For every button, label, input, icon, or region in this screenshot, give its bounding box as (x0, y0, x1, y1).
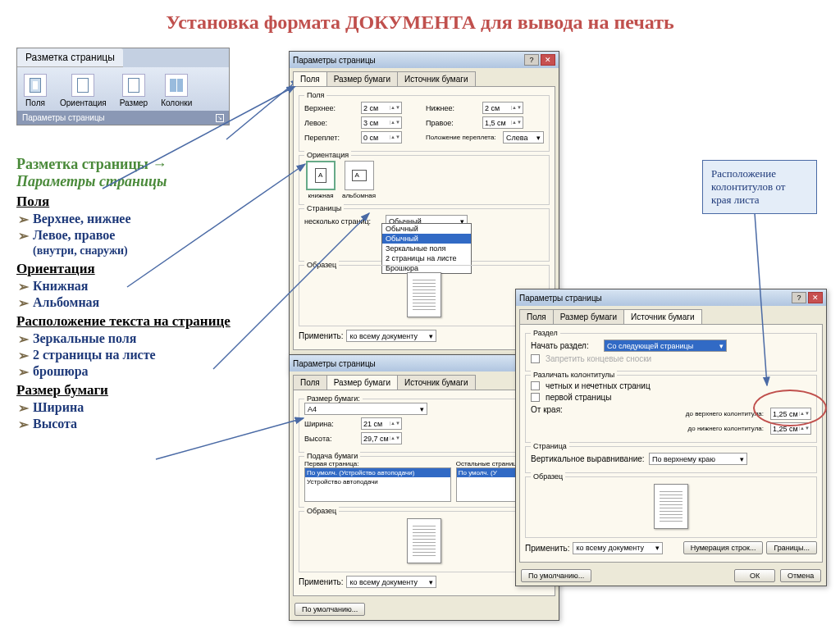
dropdown-item[interactable]: 2 страницы на листе (382, 253, 471, 263)
preview-icon (407, 272, 441, 317)
portrait-button[interactable]: A (306, 161, 336, 190)
height-spinner[interactable]: 29,7 см▲▼ (361, 432, 402, 444)
tab-paper[interactable]: Размер бумаги (553, 309, 624, 324)
tab-source[interactable]: Источник бумаги (397, 375, 476, 390)
landscape-icon: A (352, 170, 367, 181)
dialog-launcher-icon[interactable]: ↘ (216, 114, 224, 122)
tab-margins[interactable]: Поля (293, 375, 327, 390)
firstpage-list[interactable]: По умолч. (Устройство автоподачи) Устрой… (304, 467, 451, 502)
label-valign: Вертикальное выравнивание: (531, 454, 646, 463)
fieldset-papersize: Размер бумаги: (304, 394, 363, 403)
ribbon-orientation-button[interactable]: Ориентация (57, 72, 110, 109)
fieldset-sample: Образец (531, 472, 565, 481)
help-button[interactable]: ? (524, 54, 539, 66)
fieldset-headers: Различать колонтитулы (531, 371, 617, 379)
apply-combo[interactable]: ко всему документу▾ (573, 542, 663, 554)
fieldset-pages: Страницы (304, 204, 344, 212)
fieldset-margins: Поля (304, 91, 326, 99)
preview-icon (654, 484, 688, 529)
start-combo[interactable]: Со следующей страницы▾ (604, 340, 727, 352)
section-margins: Поля (16, 194, 254, 210)
dropdown-item[interactable]: Зеркальные поля (382, 244, 471, 253)
label-left: Левое: (304, 119, 358, 127)
top-spinner[interactable]: 2 см▲▼ (361, 102, 402, 114)
bullet: Ширина (16, 400, 254, 415)
label-bottom: Нижнее: (426, 104, 479, 112)
oddeven-checkbox[interactable] (531, 381, 540, 390)
nav-path-1: Разметка страницы → (16, 156, 254, 173)
ribbon-page-layout: Разметка страницы Поля Ориентация Размер… (16, 48, 230, 125)
help-button[interactable]: ? (792, 292, 806, 303)
page-title: Установка формата ДОКУМЕНТА для вывода н… (0, 0, 840, 40)
valign-combo[interactable]: По верхнему краю▾ (649, 453, 747, 465)
callout-headers: Расположение колонтитулов от края листа (702, 160, 817, 214)
bullet: Верхнее, нижнее (16, 212, 254, 226)
dropdown-item[interactable]: Обычный (382, 234, 471, 244)
label-right: Правое: (426, 119, 479, 127)
landscape-button[interactable]: A (345, 161, 374, 190)
section-paper: Размер бумаги (16, 382, 254, 399)
label-width: Ширина: (304, 420, 358, 428)
ribbon-margins-button[interactable]: Поля (21, 72, 50, 109)
label-gutter: Переплет: (304, 134, 358, 142)
linenumbers-button[interactable]: Нумерация строк... (683, 541, 764, 554)
label-toheader: до верхнего колонтитула: (686, 410, 764, 417)
section-layout: Расположение текста на странице (16, 313, 254, 330)
tab-paper[interactable]: Размер бумаги (326, 71, 398, 86)
ribbon-label: Размер (120, 98, 148, 107)
close-button[interactable]: ✕ (808, 292, 823, 303)
fieldset-sample: Образец (304, 261, 339, 269)
label-apply: Применить: (299, 577, 343, 586)
tab-paper[interactable]: Размер бумаги (326, 375, 398, 390)
label-apply: Применить: (525, 544, 569, 553)
apply-combo[interactable]: ко всему документу▾ (346, 576, 436, 588)
page-setup-dialog-layout: Параметры страницы ? ✕ Поля Размер бумаг… (515, 289, 827, 586)
label-oddeven: четных и нечетных страниц (546, 381, 651, 390)
width-spinner[interactable]: 21 см▲▼ (361, 417, 402, 430)
left-spinner[interactable]: 3 см▲▼ (361, 116, 402, 129)
bullet: Зеркальные поля (16, 331, 254, 346)
fieldset-page: Страница (531, 442, 569, 450)
portrait-icon: A (315, 168, 326, 183)
nav-path-2: Параметры страницы (16, 173, 254, 190)
preview-icon (407, 518, 441, 563)
label-tofooter: до нижнего колонтитула: (688, 425, 764, 432)
label-fromedge: От края: (531, 405, 572, 414)
ribbon-size-button[interactable]: Размер (116, 72, 151, 109)
ribbon-columns-button[interactable]: Колонки (158, 72, 195, 109)
default-button[interactable]: По умолчанию... (521, 569, 591, 582)
bottom-spinner[interactable]: 2 см▲▼ (482, 102, 523, 114)
paper-combo[interactable]: A4▾ (304, 403, 427, 415)
borders-button[interactable]: Границы... (766, 541, 817, 554)
portrait-label: книжная (304, 192, 337, 199)
suppress-checkbox (531, 354, 540, 363)
dialog-title: Параметры страницы (293, 56, 376, 65)
ok-button[interactable]: ОК (734, 569, 775, 582)
dropdown-item[interactable]: Обычный (382, 224, 471, 234)
apply-combo[interactable]: ко всему документу▾ (346, 330, 436, 342)
margins-icon (24, 74, 47, 97)
label-firstpg: первой страницы (546, 393, 611, 402)
tab-margins[interactable]: Поля (293, 71, 327, 86)
label-start: Начать раздел: (531, 341, 600, 350)
orientation-icon (71, 74, 94, 97)
bullet: Книжная (16, 279, 254, 294)
firstpage-checkbox[interactable] (531, 393, 540, 402)
bullet: 2 страницы на листе (16, 348, 254, 362)
label-gutterpos: Положение переплета: (426, 134, 500, 141)
fieldset-feed: Подача бумаги (304, 452, 360, 460)
gutterpos-combo[interactable]: Слева▾ (503, 131, 544, 144)
tab-margins[interactable]: Поля (519, 309, 554, 324)
default-button[interactable]: По умолчанию... (294, 603, 365, 616)
tab-source[interactable]: Источник бумаги (623, 309, 702, 324)
fieldset-orientation: Ориентация (304, 151, 351, 159)
gutter-spinner[interactable]: 0 см▲▼ (361, 131, 402, 144)
close-button[interactable]: ✕ (541, 54, 555, 66)
right-spinner[interactable]: 1,5 см▲▼ (482, 116, 523, 129)
ribbon-tab[interactable]: Разметка страницы (17, 48, 123, 67)
bullet: Альбомная (16, 295, 254, 310)
label-multipages: несколько страниц: (304, 217, 382, 226)
tab-source[interactable]: Источник бумаги (397, 71, 476, 86)
cancel-button[interactable]: Отмена (780, 569, 821, 582)
bullet-note: (внутри, снаружи) (16, 244, 254, 258)
